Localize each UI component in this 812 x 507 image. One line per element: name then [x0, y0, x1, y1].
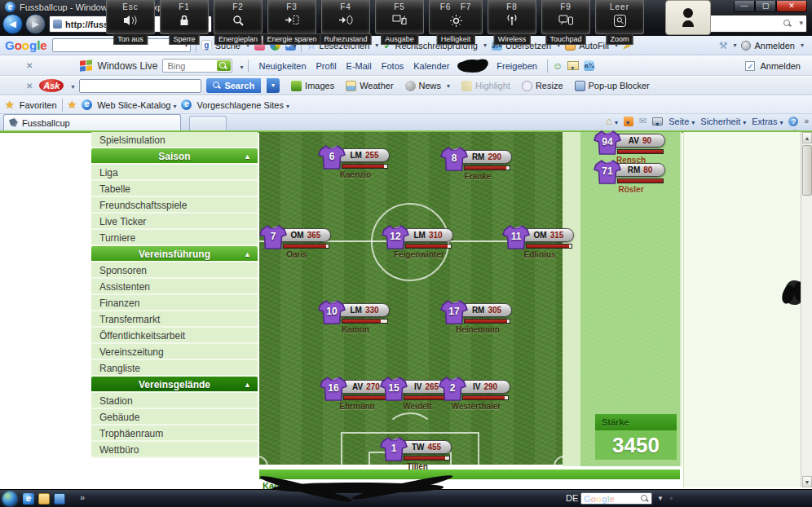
- sidebar-item-spielsimulation[interactable]: Spielsimulation: [91, 132, 258, 148]
- home-icon[interactable]: ⌂: [606, 115, 618, 127]
- ask-button-weather[interactable]: Weather: [346, 81, 393, 91]
- suggested-sites-link[interactable]: Vorgeschlagene Sites: [196, 100, 289, 110]
- menu-extras[interactable]: Extras: [752, 117, 783, 126]
- ask-button-news[interactable]: News: [405, 81, 451, 91]
- ask-button-images[interactable]: Images: [291, 81, 334, 91]
- key-f8[interactable]: F8Wireless: [488, 0, 536, 34]
- sidebar-item-liga[interactable]: Liga: [91, 165, 258, 181]
- user-key[interactable]: [665, 0, 711, 35]
- player-franke[interactable]: 8RM290Franke: [440, 147, 515, 183]
- help-icon[interactable]: ?: [788, 117, 798, 126]
- live-link-profil[interactable]: Profil: [311, 61, 342, 71]
- live-signin-button[interactable]: Anmelden: [760, 61, 801, 71]
- sidebar-item-turniere[interactable]: Turniere: [91, 230, 258, 246]
- tab-fussballcup[interactable]: Fussballcup: [3, 114, 181, 130]
- sidebar-item-finanzen[interactable]: Finanzen: [91, 295, 258, 311]
- player-tillen[interactable]: 1TW455Tillen: [380, 437, 455, 473]
- scroll-down-icon[interactable]: ▼: [802, 476, 812, 487]
- player-kamon[interactable]: 10LM330Kamon: [318, 300, 393, 336]
- sidebar-item-transfermarkt[interactable]: Transfermarkt: [91, 311, 258, 328]
- live-link-fotos[interactable]: Fotos: [377, 61, 409, 71]
- browser-search-input[interactable]: ▾: [708, 15, 807, 33]
- live-link-e-mail[interactable]: E-Mail: [342, 61, 377, 71]
- player-kaenzio[interactable]: 6LM255Kaenzio: [318, 145, 393, 181]
- taskbar-google-search[interactable]: Google: [580, 492, 652, 505]
- player-oaris[interactable]: 7OM365Oaris: [259, 225, 334, 261]
- player-feigenwinter[interactable]: 12LM310Feigenwinter: [382, 225, 457, 261]
- mail-icon[interactable]: ✉: [639, 116, 647, 126]
- close-toolbar-icon[interactable]: ✕: [24, 61, 34, 70]
- sidebar-item-rangliste[interactable]: Rangliste: [91, 360, 258, 377]
- taskbar-dropdown-icon[interactable]: ▼: [657, 495, 664, 502]
- translate-icon[interactable]: a¾: [584, 60, 594, 71]
- sidebar-section-saison[interactable]: Saison▲: [91, 148, 258, 165]
- ask-search-button[interactable]: Search: [206, 78, 261, 93]
- player-westerthaler[interactable]: 2IV290Westerthaler: [439, 377, 514, 412]
- google-settings-button[interactable]: ⚒: [719, 40, 737, 51]
- print-icon[interactable]: [652, 117, 663, 126]
- menu-seite[interactable]: Seite: [669, 117, 695, 126]
- forward-button[interactable]: [25, 14, 46, 34]
- favorites-button[interactable]: Favoriten: [20, 100, 57, 110]
- sidebar-item-live-ticker[interactable]: Live Ticker: [91, 214, 258, 230]
- live-share-link[interactable]: Freigeben: [492, 61, 542, 71]
- taskbar-dropdown-icon[interactable]: ▫: [670, 495, 673, 502]
- bing-search-input[interactable]: Bing: [162, 59, 232, 73]
- add-favorite-icon[interactable]: ★: [68, 99, 77, 110]
- taskbar-chevron-icon[interactable]: »: [80, 492, 85, 502]
- ask-button-pop-up-blocker[interactable]: Pop-up Blocker: [575, 81, 650, 91]
- sidebar-item-wettb-ro[interactable]: Wettbüro: [91, 442, 258, 458]
- live-link-kalender[interactable]: Kalender: [408, 61, 454, 71]
- scrollbar-thumb[interactable]: [802, 145, 812, 196]
- key-f1[interactable]: F1Sperre: [160, 0, 209, 34]
- key-f3[interactable]: F3Energie sparen: [267, 0, 316, 34]
- sidebar-section-vereinsf-hrung[interactable]: Vereinsführung▲: [91, 246, 258, 262]
- sidebar-item-geb-ude[interactable]: Gebäude: [91, 409, 258, 425]
- webslice-link[interactable]: Web Slice-Katalog: [97, 100, 176, 110]
- feeds-icon[interactable]: [624, 117, 633, 126]
- language-indicator[interactable]: DE: [566, 493, 578, 503]
- live-link-neuigkeiten[interactable]: Neuigkeiten: [254, 61, 311, 71]
- bing-search-button[interactable]: [217, 60, 231, 71]
- ask-button-highlight[interactable]: Highlight: [461, 81, 510, 91]
- new-tab-stub[interactable]: [189, 116, 227, 130]
- sidebar-item-troph-enraum[interactable]: Trophäenraum: [91, 425, 258, 442]
- maximize-button[interactable]: ▢: [755, 1, 776, 12]
- google-signin-button[interactable]: Anmelden: [741, 41, 804, 51]
- sidebar-item-tabelle[interactable]: Tabelle: [91, 181, 258, 197]
- taskbar-app-icon[interactable]: [54, 493, 65, 505]
- key-f4[interactable]: F4Ruhezustand: [321, 0, 370, 34]
- close-button[interactable]: ✕: [776, 1, 807, 12]
- key-f2[interactable]: F2Energieplan: [214, 0, 263, 34]
- overflow-chevron-icon[interactable]: »: [804, 117, 809, 126]
- sidebar-section-vereinsgel-nde[interactable]: Vereinsgelände▲: [91, 377, 258, 393]
- player-edlinius[interactable]: 11OM315Edlinius: [502, 225, 577, 261]
- sidebar-item--ffentlichkeitsarbeit[interactable]: Öffentlichkeitsarbeit: [91, 328, 258, 344]
- ask-search-dropdown[interactable]: ▾: [267, 78, 280, 93]
- ask-logo-dropdown[interactable]: [68, 81, 74, 90]
- bing-search-dropdown[interactable]: [237, 61, 243, 71]
- taskbar-folder-icon[interactable]: [38, 493, 50, 505]
- sidebar-item-freundschaftsspiele[interactable]: Freundschaftsspiele: [91, 197, 258, 214]
- player-heinemann[interactable]: 17RM305Heinemann: [440, 300, 515, 336]
- scroll-up-icon[interactable]: ▲: [802, 132, 812, 143]
- player-rösler[interactable]: 71RM80Rösler: [594, 160, 669, 196]
- contact-icon[interactable]: ☺: [553, 60, 563, 72]
- sidebar-item-stadion[interactable]: Stadion: [91, 393, 258, 409]
- sidebar-item-assistenten[interactable]: Assistenten: [91, 279, 258, 295]
- ask-search-input[interactable]: [79, 79, 201, 93]
- checkbox-icon[interactable]: ✓: [745, 61, 755, 71]
- back-button[interactable]: [2, 14, 23, 34]
- key-leer[interactable]: LeerZoom: [595, 0, 644, 34]
- menu-sicherheit[interactable]: Sicherheit: [700, 117, 746, 126]
- minimize-button[interactable]: —: [734, 1, 755, 12]
- search-dropdown-icon[interactable]: ▾: [799, 19, 803, 27]
- key-esc[interactable]: EscTon aus: [106, 0, 155, 34]
- vertical-scrollbar[interactable]: ▲ ▼: [801, 132, 812, 487]
- taskbar-ie-icon[interactable]: e: [23, 493, 34, 505]
- sidebar-item-sponsoren[interactable]: Sponsoren: [91, 262, 258, 279]
- key-f6-f7[interactable]: F6 F7Helligkeit: [429, 0, 483, 34]
- photo-icon[interactable]: [567, 61, 579, 70]
- ask-button-resize[interactable]: Resize: [522, 81, 563, 91]
- start-button[interactable]: [2, 492, 17, 506]
